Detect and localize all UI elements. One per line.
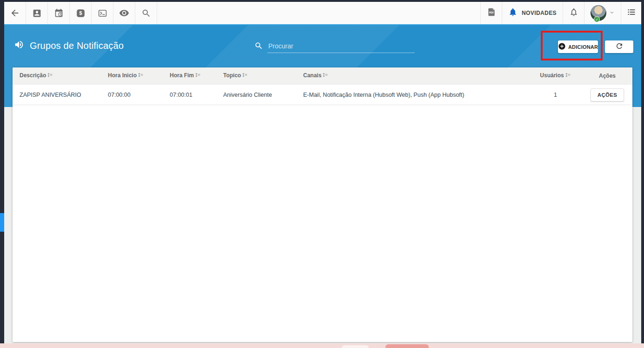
terminal-icon [98,8,107,18]
list-icon [627,7,636,19]
speaker-icon [14,40,24,52]
table-row: ZAPISP ANIVERSÁRIO 07:00:00 07:00:01 Ani… [13,85,632,105]
page-title-label: Grupos de Notificação [30,40,124,51]
global-search-button[interactable] [135,2,157,24]
bell-outline-icon [569,7,578,19]
background-pill-red [385,344,429,348]
terminal-button[interactable] [92,2,113,24]
column-header-acoes: Ações [582,67,632,85]
bell-filled-icon [508,7,518,19]
sort-icon [322,73,328,80]
search-input[interactable] [267,40,415,53]
column-header-hora-inicio[interactable]: Hora Inicio [101,67,163,85]
column-header-usuarios[interactable]: Usuários [529,67,582,85]
arrow-back-icon [10,8,20,18]
pdf-icon: PDF [487,7,496,19]
table-card: Descrição Hora Inicio Hora Fim Topico Ca [13,67,632,342]
column-header-descricao[interactable]: Descrição [13,67,101,85]
cell-acoes: AÇÕES [582,85,632,105]
add-button[interactable]: ADICIONAR [558,40,598,53]
novidades-label: NOVIDADES [522,10,557,16]
refresh-button[interactable] [605,40,633,53]
top-toolbar: $ [4,2,641,24]
column-header-topico[interactable]: Topico [216,67,296,85]
view-button[interactable] [113,2,135,24]
sort-icon [138,73,144,80]
cell-canais: E-Mail, Notificação Interna (Hubsoft Web… [296,85,529,105]
calendar-clock-icon [54,8,64,18]
cell-hora-fim: 07:00:01 [163,85,216,105]
search-icon [141,8,151,18]
notification-groups-table: Descrição Hora Inicio Hora Fim Topico Ca [13,67,632,105]
column-header-hora-fim[interactable]: Hora Fim [163,67,216,85]
toolbar-spacer [157,2,480,24]
sort-icon [195,73,201,80]
main-area: Grupos de Notificação ADICIONAR [4,24,641,348]
cell-usuarios: 1 [529,85,582,105]
plus-circle-icon [558,42,566,52]
sidebar-rail-indicator[interactable] [0,213,4,232]
user-menu[interactable]: ✓ [584,2,621,24]
eye-icon [119,8,129,18]
search-icon [254,41,263,52]
column-header-canais[interactable]: Canais [296,67,529,85]
schedule-button[interactable] [48,2,70,24]
svg-text:$: $ [79,10,82,16]
app-window: $ [4,2,641,348]
avatar: ✓ [591,5,606,21]
notifications-button[interactable] [563,2,584,24]
pdf-export-button[interactable]: PDF [480,2,502,24]
money-icon: $ [76,8,86,18]
chevron-down-icon [609,9,615,17]
sort-icon [47,73,53,80]
clients-button[interactable] [26,2,48,24]
page-search [254,40,415,54]
novidades-button[interactable]: NOVIDADES [502,2,563,24]
finance-button[interactable]: $ [70,2,92,24]
cell-topico: Aniversário Cliente [216,85,296,105]
svg-text:PDF: PDF [489,11,494,14]
page-title: Grupos de Notificação [14,40,124,52]
cell-descricao: ZAPISP ANIVERSÁRIO [13,85,101,105]
menu-list-button[interactable] [621,2,641,24]
background-pill-light [342,345,369,348]
sort-icon [242,73,248,80]
refresh-icon [615,42,624,52]
add-button-label: ADICIONAR [568,44,598,50]
background-window-strip [0,343,644,348]
cell-hora-inicio: 07:00:00 [101,85,163,105]
avatar-status-icon: ✓ [594,16,600,22]
row-actions-button[interactable]: AÇÕES [591,88,624,101]
table-header-row: Descrição Hora Inicio Hora Fim Topico Ca [13,67,632,85]
sort-icon [565,73,571,80]
contact-card-icon [32,8,42,18]
back-button[interactable] [4,2,26,24]
toolbar-right: PDF NOVIDADES ✓ [480,2,641,24]
